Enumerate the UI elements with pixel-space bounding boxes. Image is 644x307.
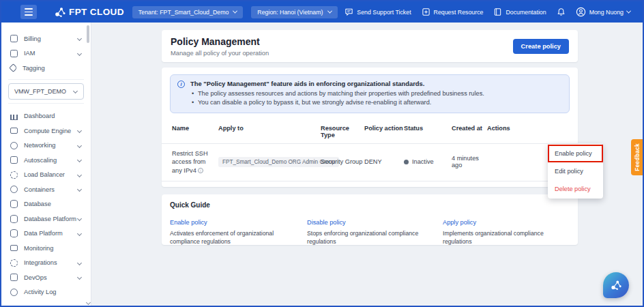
table-row: Restrict SSH access from any IPv4i FPT_S… xyxy=(162,144,578,181)
activity-log-icon xyxy=(10,289,18,296)
sidebar-item-iam[interactable]: IAM xyxy=(1,46,91,61)
user-menu[interactable]: Mong Nuong xyxy=(576,7,630,17)
sidebar-item-tagging[interactable]: Tagging xyxy=(1,61,91,76)
column-header-name: Name xyxy=(172,125,218,132)
sidebar-item-containers[interactable]: Containers xyxy=(1,182,91,197)
chevron-down-icon xyxy=(77,173,82,177)
apply-policy-link[interactable]: Apply policy xyxy=(443,219,476,226)
send-support-ticket-link[interactable]: Send Support Ticket xyxy=(345,8,411,16)
tenant-selector[interactable]: Tenant: FPT_Smart_Cloud_Demo xyxy=(132,6,244,18)
sidebar-item-devops[interactable]: DevOps xyxy=(1,270,91,285)
box-plus-icon xyxy=(422,8,430,16)
sidebar-item-label: Autoscaling xyxy=(24,157,78,164)
created-at-cell: 4 minutes ago xyxy=(452,155,487,169)
request-resource-label: Request Resource xyxy=(434,9,484,16)
send-support-ticket-label: Send Support Ticket xyxy=(357,9,411,16)
sidebar-item-networking[interactable]: Networking xyxy=(1,138,91,154)
feedback-tab[interactable]: Feedback xyxy=(631,139,643,175)
menu-item-delete-policy[interactable]: Delete policy xyxy=(548,180,603,198)
sidebar-item-integrations[interactable]: Integrations xyxy=(1,256,91,271)
enable-policy-link[interactable]: Enable policy xyxy=(170,219,207,226)
page-subtitle: Manage all policy of your operation xyxy=(171,50,269,57)
avatar-icon xyxy=(576,7,586,17)
project-selector[interactable]: VMW_FPT_DEMO xyxy=(8,83,84,100)
status-cell: Inactive xyxy=(404,158,452,165)
chevron-down-icon xyxy=(77,275,82,280)
devops-icon xyxy=(10,274,18,281)
sidebar-item-compute-engine[interactable]: Compute Engine xyxy=(1,123,91,138)
quick-guide-item: Disable policyStops enforcing organizati… xyxy=(307,215,443,246)
chevron-down-icon xyxy=(626,9,631,14)
sidebar-item-label: Database Platform xyxy=(24,216,78,222)
column-header-actions: Actions xyxy=(487,125,570,132)
banner-title: The "Policy Management" feature aids in … xyxy=(190,80,484,87)
documentation-label: Documentation xyxy=(506,9,546,16)
chevron-down-icon xyxy=(73,89,78,93)
region-label: Region: Hanoi (Vietnam) xyxy=(257,9,323,16)
sidebar-item-label: Dashboard xyxy=(24,113,84,119)
table-header-row: NameApply toResource TypePolicy actionSt… xyxy=(162,119,578,144)
sidebar-item-data-platform[interactable]: Data Platform xyxy=(1,226,91,242)
banner-bullet-list: The policy assesses resources and action… xyxy=(190,89,484,108)
column-header-apply-to: Apply to xyxy=(218,125,321,132)
project-selector-value: VMW_FPT_DEMO xyxy=(14,88,66,95)
chevron-down-icon xyxy=(233,9,237,14)
sidebar-item-autoscaling[interactable]: Autoscaling xyxy=(1,153,91,168)
menu-item-enable-policy[interactable]: Enable policy xyxy=(548,145,603,162)
region-selector[interactable]: Region: Hanoi (Vietnam) xyxy=(251,6,337,18)
apply-to-cell: FPT_Smart_Cloud_Demo ORG Admin Group xyxy=(218,157,321,167)
policy-name-cell: Restrict SSH access from any IPv4i xyxy=(172,149,218,175)
sidebar-item-dashboard[interactable]: Dashboard xyxy=(1,109,91,124)
sidebar-top-group: BillingIAMTagging xyxy=(1,31,91,76)
create-policy-button[interactable]: Create policy xyxy=(513,39,569,54)
pagination-bar: Rows per page: 25 1-1 of 1 xyxy=(162,181,578,187)
column-header-created-at: Created at xyxy=(452,125,487,132)
monitoring-icon xyxy=(10,245,18,251)
sidebar-item-billing[interactable]: Billing xyxy=(1,31,91,46)
tag-icon xyxy=(9,63,18,72)
sidebar-item-label: Activity Log xyxy=(24,289,84,295)
scrollbar-thumb[interactable] xyxy=(87,25,89,43)
chevron-down-icon xyxy=(327,9,332,14)
scroll-down-arrow-icon[interactable] xyxy=(86,300,91,305)
sidebar-item-database[interactable]: Database xyxy=(1,197,91,212)
fpt-cloud-logo[interactable]: FPT CLOUD xyxy=(55,7,124,18)
compute-engine-icon xyxy=(10,128,18,134)
menu-item-edit-policy[interactable]: Edit policy xyxy=(548,162,603,180)
notification-bell-icon[interactable] xyxy=(557,8,566,16)
chevron-down-icon xyxy=(77,231,82,236)
top-navbar: FPT CLOUD Tenant: FPT_Smart_Cloud_Demo R… xyxy=(1,1,643,23)
sidebar-item-label: Database xyxy=(24,201,84,207)
chat-ticket-icon xyxy=(345,8,353,16)
documentation-link[interactable]: Documentation xyxy=(493,8,546,16)
sidebar-item-activity-log[interactable]: Activity Log xyxy=(1,285,91,300)
disable-policy-link[interactable]: Disable policy xyxy=(307,219,346,226)
app-window: FPT CLOUD Tenant: FPT_Smart_Cloud_Demo R… xyxy=(0,0,644,307)
request-resource-link[interactable]: Request Resource xyxy=(422,8,484,16)
quick-guide-card: Quick Guide Enable policyActivates enfor… xyxy=(162,194,578,245)
sidebar-scrollbar[interactable] xyxy=(87,24,90,304)
policy-table-card: i The "Policy Management" feature aids i… xyxy=(162,68,578,187)
sidebar-item-label: DevOps xyxy=(24,274,78,281)
sidebar: BillingIAMTagging VMW_FPT_DEMO Dashboard… xyxy=(1,23,91,306)
sidebar-item-label: Tagging xyxy=(23,65,84,72)
column-header-status: Status xyxy=(404,125,452,132)
sidebar-item-database-platform[interactable]: Database Platform xyxy=(1,211,91,226)
sidebar-item-monitoring[interactable]: Monitoring xyxy=(1,241,91,256)
info-icon[interactable]: i xyxy=(198,168,203,173)
iam-icon xyxy=(10,50,18,57)
logo-text: FPT CLOUD xyxy=(69,7,124,17)
quick-guide-description: Activates enforcement of organizational … xyxy=(170,229,307,246)
sidebar-item-load-balancer[interactable]: Load Balancer xyxy=(1,168,91,183)
info-banner: i The "Policy Management" feature aids i… xyxy=(170,74,570,113)
load-balancer-icon xyxy=(10,171,18,179)
database-icon xyxy=(10,200,18,208)
chevron-down-icon xyxy=(77,128,82,133)
sidebar-item-label: Compute Engine xyxy=(24,128,78,134)
menu-toggle-button[interactable] xyxy=(20,5,37,19)
sidebar-item-label: Integrations xyxy=(24,259,78,266)
billing-icon xyxy=(10,35,18,42)
support-chat-button[interactable] xyxy=(603,272,629,298)
status-dot xyxy=(404,160,409,164)
banner-bullet: You can disable a policy to bypass it, b… xyxy=(190,98,484,107)
